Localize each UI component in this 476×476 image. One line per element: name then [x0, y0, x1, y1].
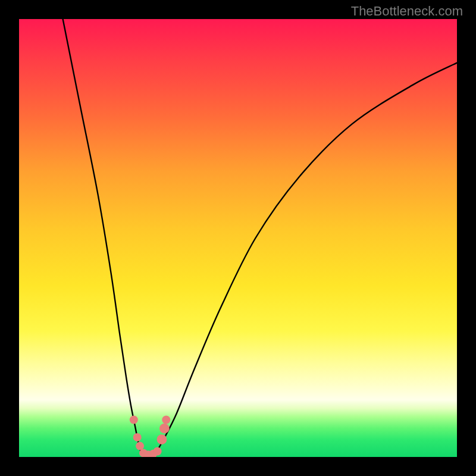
- watermark-text: TheBottleneck.com: [351, 4, 463, 19]
- series-left-branch: [63, 19, 142, 455]
- plot-area: [19, 19, 457, 457]
- marker-0: [130, 415, 138, 424]
- marker-1: [133, 433, 142, 441]
- marker-9: [162, 415, 170, 424]
- curve-layer: [19, 19, 457, 457]
- data-markers: [130, 415, 170, 457]
- marker-7: [157, 434, 167, 444]
- chart-stage: TheBottleneck.com: [0, 0, 476, 476]
- series-right-branch: [155, 63, 457, 455]
- marker-8: [159, 424, 170, 434]
- bottleneck-curve: [63, 19, 457, 456]
- marker-6: [154, 447, 162, 455]
